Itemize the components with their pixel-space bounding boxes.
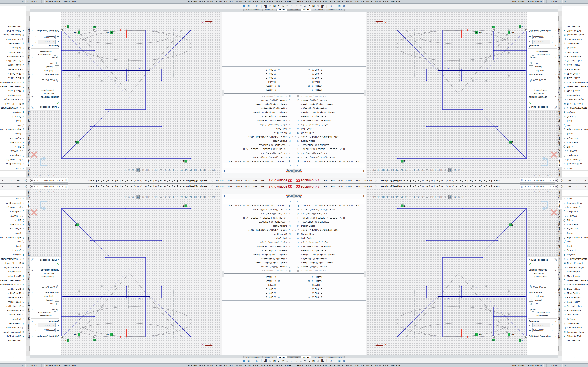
tab-nav-button[interactable]: ◀ (294, 356, 295, 358)
expand-icon[interactable]: ∨ (32, 30, 33, 32)
bottom-toolbar-icon[interactable]: ◐ (290, 5, 292, 8)
tree-row[interactable]: ◧ Surface Bodies (294, 232, 366, 236)
sketch-list-row[interactable]: └ (-) Sketch4 (294, 72, 366, 76)
command-tab[interactable]: Direct Editing (26, 133, 30, 148)
command-tab[interactable]: Markup (558, 313, 562, 322)
tool-menu-item[interactable]: ◡ 3 Point Arc (0, 214, 26, 218)
section-additional-parameters[interactable]: Additional Parameters ∨ (527, 29, 558, 33)
tree-filter-input[interactable] (223, 163, 293, 168)
account-icon[interactable]: ◉ (554, 179, 558, 183)
tool-menu-item[interactable]: ╱ Line (562, 240, 588, 244)
tool-menu-item[interactable]: ▱ Parallelogram (0, 93, 26, 97)
parameter-input[interactable]: 10.88152731 (38, 323, 56, 327)
tool-menu-item[interactable]: ◯ Ellipse (562, 218, 588, 223)
menu-scroll-down-icon[interactable]: » (573, 8, 576, 10)
tool-menu-item[interactable]: ┬ Extend Entities (0, 54, 26, 59)
search-dropdown-icon[interactable]: ▾ (34, 180, 36, 181)
tool-menu-item[interactable]: ⇿ Stretch Entities (0, 304, 26, 309)
view-toolbar-icon[interactable]: □ (124, 195, 125, 199)
tool-menu-item[interactable]: ◗ Partial Ellipse (562, 223, 588, 227)
tool-menu-item[interactable]: ⇿ Stretch Entities (562, 59, 588, 63)
tool-menu-item[interactable]: ƒ Equation Driven Curve (562, 235, 588, 240)
command-tab[interactable]: Sketch (558, 200, 562, 209)
tree-row[interactable]: ≡ Material < not specified > (294, 248, 366, 252)
view-toolbar-icon[interactable]: ⊠ (405, 168, 407, 172)
tree-expand-icon[interactable]: ▶ (291, 225, 294, 227)
menu-item[interactable]: Tools (354, 185, 362, 188)
tool-menu-item[interactable]: ⧉ Copy Entities (0, 287, 26, 291)
search-dropdown-icon[interactable]: ▾ (552, 186, 554, 188)
relations-listbox[interactable]: Collinear108Equal length109 (34, 83, 56, 95)
tree-row[interactable]: ▶ ◷ ○Λ⊥◎✚S◦○◎○◦S✚◎⊥Λ○ (294, 212, 366, 216)
tool-menu-item[interactable]: ↻ Rotate Entities (0, 296, 26, 300)
view-toolbar-icon[interactable]: ▤ (212, 168, 215, 172)
command-tab[interactable]: Weldments (26, 257, 30, 269)
command-tab[interactable]: Direct Editing (26, 219, 30, 234)
bottom-toolbar-icon[interactable]: ✎ (304, 359, 306, 362)
tool-menu-item[interactable]: ╱ Line (562, 123, 588, 127)
tool-menu-item[interactable]: ◠ Centerpoint Arc (0, 205, 26, 209)
sketch-list-row[interactable]: └ (-) Sketch4 (222, 291, 294, 295)
feature-manager-tab[interactable] (299, 169, 303, 173)
bottom-toolbar-icon[interactable]: ◔ (252, 5, 254, 8)
tool-menu-item[interactable]: ◆ Polygon (0, 252, 26, 257)
view-toolbar-icon[interactable]: ◈ (169, 195, 171, 199)
tool-menu-item[interactable]: ╰ Fit Spline (562, 46, 588, 50)
command-tab[interactable]: MBD Dimensions (558, 322, 562, 340)
checkbox[interactable] (532, 311, 535, 314)
section-add-relations[interactable]: Add Relations ∧ (30, 73, 61, 76)
command-tab[interactable]: Features (26, 189, 30, 200)
view-toolbar-icon[interactable]: ◎ (127, 195, 130, 199)
sketch-list-row[interactable]: ▦ (-) Sketch2 (294, 279, 366, 283)
bottom-toolbar-icon[interactable]: ≡ (278, 5, 280, 8)
option-row[interactable]: For construction (30, 53, 61, 56)
tool-menu-item[interactable]: ◠ Centerpoint Arc (562, 205, 588, 209)
menu-scroll-down-icon[interactable]: » (12, 8, 15, 10)
view-toolbar-icon[interactable]: ◧ (199, 168, 201, 172)
view-toolbar-icon[interactable]: ▥ (439, 168, 442, 172)
menu-item[interactable]: File (259, 185, 266, 188)
tool-menu-item[interactable]: ∿ Spline (562, 132, 588, 136)
tool-menu-item[interactable]: ❖ Circular Sketch Pattern (0, 283, 26, 287)
tool-menu-item[interactable]: ⇗ Scale Entities (562, 63, 588, 67)
tool-menu-item[interactable]: ≋ Intersection Curve (562, 33, 588, 37)
tree-row[interactable]: ▶ ▤ Design Binder (222, 224, 294, 228)
section-existing-relations[interactable]: Existing Relations ∧ (527, 96, 558, 99)
relation-item[interactable]: Collinear108 (533, 92, 553, 95)
command-tab[interactable]: Evaluate (558, 234, 562, 244)
tool-menu-item[interactable]: ⊂ Offset Entities (562, 339, 588, 343)
menu-item[interactable]: File (322, 185, 329, 188)
command-tab[interactable]: Mold Tools (26, 269, 30, 282)
menu-item[interactable]: Insert (344, 179, 354, 183)
panel-splitter-handle[interactable] (222, 271, 224, 277)
tree-row[interactable]: ◧ Surface Bodies (294, 131, 366, 135)
feature-manager-tab[interactable]: ▤ (291, 194, 293, 198)
tree-expand-icon[interactable]: ▶ (291, 213, 294, 215)
relations-listbox[interactable]: Collinear108Equal length109 (532, 83, 554, 95)
tree-row[interactable]: ▱ ○✚Ǝqo⊥○*◉I○◎○I◉*○⊥oqƎ✚○ (222, 102, 294, 106)
doc-window-control-icon[interactable]: ◱ (534, 190, 536, 192)
tree-row[interactable]: ▶ ▤ Design Binder (294, 224, 366, 228)
tool-menu-item[interactable]: ╮ Sketch Fillet (0, 42, 26, 46)
menu-item[interactable]: View (336, 179, 344, 183)
tree-row[interactable]: ★ ○SƎ✚◦⊥◎ʌAΦ○◎○ΦAʌ◎⊥◦✚ƎS○ (222, 208, 294, 212)
add-relation-button[interactable]: — Horizontal (30, 69, 61, 73)
view-toolbar-icon[interactable]: ▣ (203, 195, 206, 199)
add-relation-button[interactable]: ⚓ Fix (30, 302, 61, 306)
section-parameters[interactable]: Parameters ∧ (30, 44, 61, 47)
command-tab[interactable]: Surfaces (558, 148, 562, 158)
tool-menu-item[interactable]: ✂ Trim Entities (0, 313, 26, 317)
view-toolbar-icon[interactable]: ◇ (409, 195, 411, 199)
section-options[interactable]: Options ∧ (30, 308, 61, 311)
tool-menu-item[interactable]: ❖ Circular Sketch Pattern (562, 80, 588, 84)
command-tab[interactable]: Mold Tools (558, 269, 562, 282)
tool-menu-item[interactable]: ≈ Style Spline (0, 227, 26, 231)
tool-menu-item[interactable]: ⧉ Copy Entities (0, 76, 26, 80)
menu-item[interactable]: Tools (226, 179, 234, 183)
search-input[interactable]: ◫ Search CAD Models ⌕ ▾ (33, 184, 68, 189)
command-tab[interactable]: Data Migration (26, 54, 30, 69)
tool-menu-item[interactable]: ┅ Segment (0, 115, 26, 119)
spinner-stepper[interactable]: ▲▼ (551, 328, 554, 332)
tool-menu-item[interactable]: ⇗ Scale Entities (0, 63, 26, 67)
command-tab[interactable]: Markup (26, 45, 30, 54)
